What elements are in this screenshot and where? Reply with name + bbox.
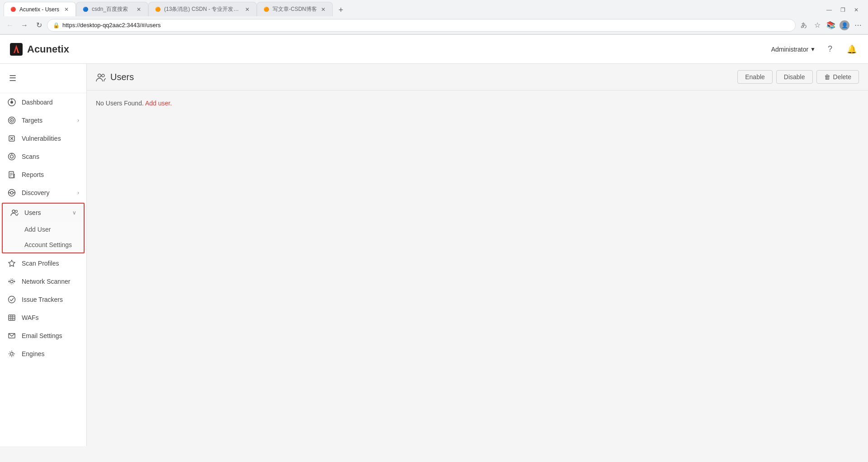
users-submenu: Add User Account Settings <box>3 222 84 252</box>
sidebar-item-targets[interactable]: Targets › <box>0 111 86 129</box>
help-button[interactable]: ? <box>823 42 837 57</box>
content-body: No Users Found. Add user. <box>87 90 868 116</box>
sidebar-item-label-targets: Targets <box>22 117 72 124</box>
hamburger-button[interactable]: ☰ <box>4 69 22 87</box>
new-tab-button[interactable]: + <box>335 4 347 16</box>
add-user-label: Add User <box>24 226 51 233</box>
sidebar-item-label-engines: Engines <box>22 350 79 357</box>
header-actions: Enable Disable 🗑 Delete <box>737 70 859 84</box>
content-header: Users Enable Disable 🗑 Delete <box>87 64 868 90</box>
scan-profiles-icon <box>7 259 16 268</box>
sidebar-item-wafs[interactable]: WAFs <box>0 309 86 327</box>
minimize-button[interactable]: — <box>823 4 835 16</box>
sidebar-item-dashboard[interactable]: Dashboard <box>0 93 86 111</box>
sidebar-item-scans[interactable]: Scans <box>0 148 86 166</box>
sidebar-item-discovery[interactable]: Discovery › <box>0 184 86 202</box>
address-bar[interactable]: 🔒 https://desktop-qq2aac2:3443/#/users <box>47 19 796 32</box>
sidebar-subitem-add-user[interactable]: Add User <box>3 222 84 237</box>
svg-point-25 <box>10 280 13 283</box>
wafs-icon <box>7 313 16 322</box>
back-button[interactable]: ← <box>4 19 16 32</box>
email-settings-icon <box>7 331 16 340</box>
admin-dropdown[interactable]: Administrator ▼ <box>771 46 816 53</box>
sidebar-item-label-reports: Reports <box>22 171 79 178</box>
sidebar-subitem-account-settings[interactable]: Account Settings <box>3 237 84 252</box>
svg-point-4 <box>10 101 13 104</box>
svg-point-40 <box>102 74 104 77</box>
tab-csdn2[interactable]: 🟠 写文章-CSDN博客 ✕ <box>257 2 333 16</box>
sidebar-item-label-scan-profiles: Scan Profiles <box>22 260 79 267</box>
tab-favicon-csdn2: 🟠 <box>263 6 270 13</box>
tab-favicon-acunetix: 🔴 <box>9 6 17 13</box>
discovery-icon <box>7 188 16 197</box>
scans-icon <box>7 152 16 161</box>
tab-favicon-csdn1: 🟠 <box>154 6 161 13</box>
address-text: https://desktop-qq2aac2:3443/#/users <box>62 22 790 29</box>
svg-point-26 <box>9 279 14 284</box>
tab-close-csdn1[interactable]: ✕ <box>244 6 251 13</box>
users-icon <box>10 208 19 217</box>
translate-button[interactable]: あ <box>797 19 810 32</box>
bookmark-star-button[interactable]: ☆ <box>811 19 824 32</box>
tab-baidu[interactable]: 🔵 csdn_百度搜索 ✕ <box>76 2 148 16</box>
lock-icon: 🔒 <box>53 22 60 29</box>
browser-right-controls: あ ☆ 📚 👤 ⋯ <box>797 19 864 32</box>
tab-favicon-baidu: 🔵 <box>82 6 89 13</box>
sidebar-item-issue-trackers[interactable]: Issue Trackers <box>0 291 86 309</box>
sidebar-item-label-network-scanner: Network Scanner <box>22 278 79 285</box>
sidebar-item-network-scanner[interactable]: Network Scanner <box>0 272 86 291</box>
close-button[interactable]: ✕ <box>850 4 863 16</box>
logo-icon <box>9 42 24 57</box>
sidebar-item-label-scans: Scans <box>22 153 79 160</box>
account-button[interactable]: 👤 <box>838 19 851 32</box>
enable-button[interactable]: Enable <box>737 70 773 84</box>
discovery-arrow-icon: › <box>77 190 79 196</box>
issue-trackers-icon <box>7 295 16 304</box>
sidebar-item-label-vulnerabilities: Vulnerabilities <box>22 135 79 142</box>
sidebar-item-users[interactable]: Users ∨ <box>3 204 84 222</box>
disable-button[interactable]: Disable <box>776 70 813 84</box>
sidebar-item-label-wafs: WAFs <box>22 314 79 321</box>
delete-button[interactable]: 🗑 Delete <box>816 70 859 84</box>
tab-title-csdn2: 写文章-CSDN博客 <box>273 5 317 13</box>
sidebar-nav: Dashboard Targets › <box>0 93 86 446</box>
sidebar-item-scan-profiles[interactable]: Scan Profiles <box>0 254 86 272</box>
tab-close-baidu[interactable]: ✕ <box>135 6 142 13</box>
sidebar-item-label-users: Users <box>24 209 67 216</box>
svg-point-28 <box>14 281 15 282</box>
sidebar-item-engines[interactable]: Engines <box>0 345 86 363</box>
tabs-bar: 🔴 Acunetix - Users ✕ 🔵 csdn_百度搜索 ✕ 🟠 (13… <box>0 0 868 16</box>
forward-button[interactable]: → <box>18 19 31 32</box>
tab-acunetix[interactable]: 🔴 Acunetix - Users ✕ <box>4 2 76 16</box>
svg-point-20 <box>10 191 13 194</box>
reports-icon <box>7 170 16 179</box>
svg-line-31 <box>11 298 14 301</box>
svg-point-23 <box>12 210 15 213</box>
notifications-button[interactable]: 🔔 <box>844 42 859 57</box>
svg-point-27 <box>9 281 10 282</box>
add-user-link[interactable]: Add user. <box>145 100 172 107</box>
vulnerabilities-icon <box>7 134 16 143</box>
admin-label: Administrator <box>771 46 808 53</box>
main-layout: ☰ Dashboard <box>0 64 868 446</box>
browser-chrome: 🔴 Acunetix - Users ✕ 🔵 csdn_百度搜索 ✕ 🟠 (13… <box>0 0 868 35</box>
sidebar-item-label-email-settings: Email Settings <box>22 332 79 339</box>
tab-csdn1[interactable]: 🟠 (13条消息) CSDN - 专业开发者社... ✕ <box>148 2 257 16</box>
collections-button[interactable]: 📚 <box>825 19 837 32</box>
maximize-button[interactable]: ❐ <box>836 4 849 16</box>
sidebar: ☰ Dashboard <box>0 64 87 446</box>
tab-close-acunetix[interactable]: ✕ <box>63 6 70 13</box>
menu-button[interactable]: ⋯ <box>852 19 864 32</box>
sidebar-item-email-settings[interactable]: Email Settings <box>0 327 86 345</box>
sidebar-item-vulnerabilities[interactable]: Vulnerabilities <box>0 129 86 148</box>
app-logo: Acunetix <box>9 42 69 57</box>
tab-title-csdn1: (13条消息) CSDN - 专业开发者社... <box>164 5 241 13</box>
empty-message-text: No Users Found. <box>96 100 144 107</box>
page-title-icon <box>96 71 106 82</box>
sidebar-item-label-issue-trackers: Issue Trackers <box>22 296 79 303</box>
targets-icon <box>7 116 16 125</box>
reload-button[interactable]: ↻ <box>33 19 45 32</box>
sidebar-item-reports[interactable]: Reports <box>0 166 86 184</box>
tab-close-csdn2[interactable]: ✕ <box>320 6 327 13</box>
app-container: Acunetix Administrator ▼ ? 🔔 ☰ <box>0 35 868 446</box>
